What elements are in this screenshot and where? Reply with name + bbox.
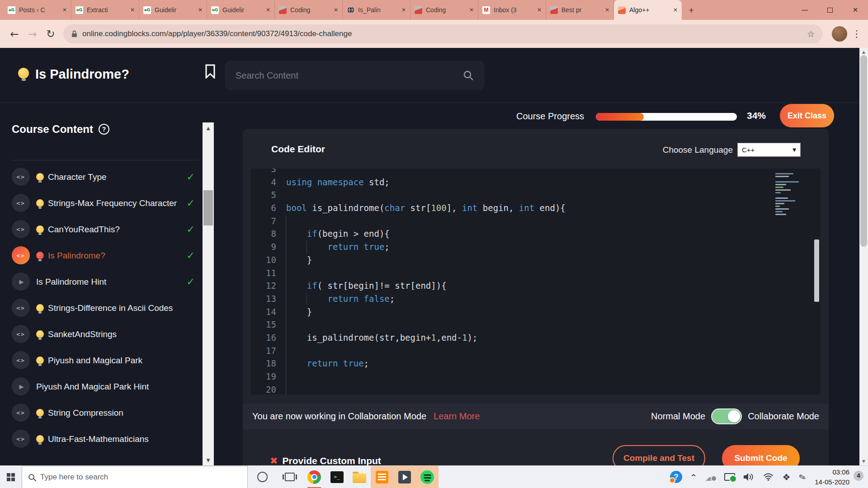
bookmark-icon[interactable] [204, 64, 216, 79]
sidebar-item[interactable]: ▶Is Palindrome Hint✓ [12, 272, 195, 291]
line-number: 14 [251, 305, 276, 319]
sidebar-item[interactable]: <>SanketAndStrings [12, 325, 195, 343]
tab-close-icon[interactable]: ✕ [469, 7, 474, 13]
spotify-taskbar-button[interactable] [416, 466, 439, 488]
taskbar-clock[interactable]: 03:06 14-05-2020 [815, 467, 849, 487]
browser-tab[interactable]: ǝGPosts ‹ C✕ [4, 0, 71, 20]
terminal-icon: >_ [330, 471, 344, 483]
code-line: 12 if( str[begin]!= str[end]){ [251, 279, 821, 292]
tab-close-icon[interactable]: ✕ [266, 7, 270, 13]
slides-taskbar-button[interactable] [393, 466, 416, 488]
sublime-taskbar-button[interactable] [371, 466, 393, 488]
sidebar-item[interactable]: <>Is Palindrome?✓ [12, 246, 195, 264]
browser-tab[interactable]: MInbox (3✕ [478, 0, 546, 20]
tab-close-icon[interactable]: ✕ [62, 7, 67, 13]
choose-language-label: Choose Language [663, 145, 733, 155]
sidebar-scrollbar-thumb[interactable] [203, 190, 213, 225]
tab-close-icon[interactable]: ✕ [537, 7, 542, 13]
search-input[interactable] [236, 70, 463, 81]
explorer-taskbar-button[interactable] [348, 466, 371, 488]
scroll-up-icon[interactable]: ▲ [203, 122, 214, 133]
url-bar[interactable]: online.codingblocks.com/app/player/36339… [63, 24, 823, 43]
page: Is Palindrome? Course Progress 34% Exit … [0, 48, 868, 465]
learn-more-link[interactable]: Learn More [434, 411, 480, 422]
app-header: Is Palindrome? Course Progress 34% Exit … [0, 48, 868, 103]
url-text[interactable]: online.codingblocks.com/app/player/36339… [82, 29, 807, 38]
course-content-list: <>Character Type✓<>Strings-Max Frequency… [12, 168, 195, 456]
indent-guide [307, 241, 307, 254]
bookmark-star-icon[interactable]: ☆ [807, 29, 815, 39]
browser-tab[interactable]: Is_Palin✕ [343, 0, 410, 20]
overleaf-favicon-icon: ǝG [143, 6, 151, 14]
tab-title: Posts ‹ C [19, 6, 61, 14]
window-close-button[interactable]: ✕ [843, 0, 868, 20]
taskbar-search-box[interactable]: Type here to search [22, 466, 248, 488]
browser-tab[interactable]: ǝGExtracti✕ [71, 0, 139, 20]
chrome-taskbar-button[interactable] [303, 466, 326, 488]
start-button[interactable] [0, 466, 22, 488]
sidebar-scrollbar[interactable]: ▲ ▼ [203, 122, 214, 465]
tab-close-icon[interactable]: ✕ [605, 7, 609, 13]
browser-tab[interactable]: Coding✕ [410, 0, 478, 20]
code-line: 13 return false; [251, 292, 821, 305]
content-search-bar[interactable] [225, 61, 485, 90]
collaborate-mode-label: Collaborate Mode [748, 411, 819, 422]
reload-button[interactable]: ↻ [42, 25, 60, 43]
sidebar-item[interactable]: <>Strings-Max Frequency Character✓ [12, 194, 195, 212]
sidebar-item[interactable]: <>Strings-Difference in Ascii Codes [12, 299, 195, 317]
help-tray-icon[interactable]: ? [670, 471, 682, 483]
scroll-down-icon[interactable]: ▼ [203, 455, 214, 465]
globe-favicon-icon [347, 6, 354, 14]
tab-close-icon[interactable]: ✕ [334, 7, 338, 13]
window-maximize-button[interactable] [817, 0, 843, 20]
provide-custom-input[interactable]: ✖Provide Custom Input [270, 455, 381, 466]
normal-mode-label: Normal Mode [651, 411, 705, 422]
browser-tab[interactable]: ǝGGuidelir✕ [207, 0, 275, 20]
sidebar-item[interactable]: <>Character Type✓ [12, 168, 195, 186]
lightbulb-icon [36, 225, 44, 233]
sidebar-item[interactable]: <>Piyush and Magical Park [12, 351, 195, 369]
tab-close-icon[interactable]: ✕ [130, 7, 135, 13]
new-tab-button[interactable]: + [684, 4, 698, 17]
code-area[interactable]: 34using namespace std;56bool is_palindro… [251, 169, 821, 394]
tab-close-icon[interactable]: ✕ [673, 7, 678, 13]
editor-scrollbar-thumb[interactable] [814, 239, 819, 302]
display-security-icon[interactable] [724, 473, 735, 481]
window-minimize-button[interactable]: — [792, 0, 817, 20]
tab-close-icon[interactable]: ✕ [401, 7, 406, 13]
hidden-icons-chevron[interactable]: ^ [691, 473, 697, 481]
collaborate-mode-toggle[interactable] [712, 409, 741, 423]
browser-tab[interactable]: ǝGGuidelir✕ [139, 0, 207, 20]
code-badge-icon: <> [12, 430, 30, 448]
dropbox-icon[interactable]: ❖ [782, 472, 790, 483]
browser-tab[interactable]: Best pr✕ [546, 0, 614, 20]
forward-button[interactable]: → [24, 25, 42, 43]
language-select[interactable]: C++ ▼ [737, 143, 801, 157]
tab-close-icon[interactable]: ✕ [198, 7, 203, 13]
line-number: 13 [251, 292, 276, 305]
exit-class-button[interactable]: Exit Class [780, 104, 834, 127]
page-scrollbar-thumb[interactable] [860, 55, 867, 247]
browser-menu-icon[interactable]: ⋮ [851, 28, 863, 39]
slides-icon [398, 471, 411, 483]
gmail-favicon-icon: M [482, 6, 490, 14]
sidebar-item[interactable]: <>CanYouReadThis?✓ [12, 220, 195, 238]
help-circle-icon[interactable]: ? [99, 124, 109, 135]
task-view-button[interactable] [277, 466, 303, 488]
page-scrollbar[interactable]: ▲ ▼ [859, 48, 868, 465]
sidebar-item[interactable]: <>Ultra-Fast-Mathematicians [12, 430, 195, 448]
course-content-title: Course Content [12, 123, 93, 136]
onedrive-icon[interactable]: ☁ [705, 472, 716, 483]
cortana-button[interactable] [248, 466, 277, 488]
terminal-taskbar-button[interactable]: >_ [326, 466, 348, 488]
profile-avatar[interactable] [832, 26, 847, 42]
sidebar-item[interactable]: ▶Piyush And Magical Park Hint [12, 377, 195, 395]
sidebar-item[interactable]: <>String Compression [12, 404, 195, 422]
scroll-down-icon[interactable]: ▼ [859, 457, 868, 465]
pen-icon[interactable]: ✎ [798, 471, 807, 483]
wifi-icon[interactable] [763, 473, 774, 481]
volume-icon[interactable] [744, 473, 755, 481]
browser-tab[interactable]: Coding✕ [275, 0, 343, 20]
browser-tab[interactable]: Algo++✕ [614, 0, 682, 20]
back-button[interactable]: ← [5, 25, 24, 43]
